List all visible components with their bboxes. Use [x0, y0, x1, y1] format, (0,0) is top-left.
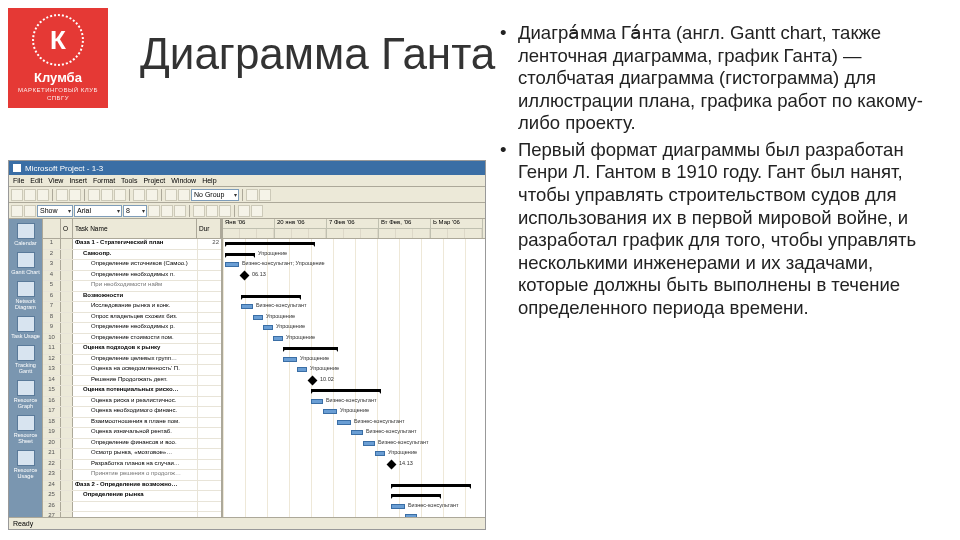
- menubar[interactable]: File Edit View Insert Format Tools Proje…: [9, 175, 485, 187]
- group-combo[interactable]: No Group: [191, 189, 239, 201]
- table-row[interactable]: 20Определение финансов и воо.: [43, 439, 221, 450]
- font-combo[interactable]: Arial: [74, 205, 122, 217]
- table-row[interactable]: 7Исследование рынка и конк.: [43, 302, 221, 313]
- autofilter-button[interactable]: [251, 205, 263, 217]
- table-row[interactable]: 3Определение источников (Самоо.): [43, 260, 221, 271]
- gantt-bar[interactable]: [240, 270, 250, 280]
- table-row[interactable]: 18Взаимоотношения в плане пом.: [43, 418, 221, 429]
- align-left-button[interactable]: [193, 205, 205, 217]
- table-row[interactable]: 25Определение рынка: [43, 491, 221, 502]
- underline-button[interactable]: [174, 205, 186, 217]
- gantt-bar[interactable]: [391, 484, 471, 487]
- menu-help[interactable]: Help: [202, 177, 216, 184]
- table-row[interactable]: 21Осмотр рынка, «мозговое»…: [43, 449, 221, 460]
- gantt-bar[interactable]: [323, 409, 337, 414]
- menu-format[interactable]: Format: [93, 177, 115, 184]
- gantt-bar[interactable]: [308, 375, 318, 385]
- show-combo[interactable]: Show: [37, 205, 73, 217]
- gantt-bar[interactable]: [225, 253, 255, 256]
- gantt-bar[interactable]: [391, 494, 441, 497]
- gantt-bar[interactable]: [363, 441, 375, 446]
- sidebar-item-tracking[interactable]: Tracking Gantt: [9, 343, 42, 376]
- col-duration[interactable]: Dur: [197, 219, 221, 238]
- indent-button[interactable]: [24, 205, 36, 217]
- table-row[interactable]: 10Определение стоимости пом.: [43, 334, 221, 345]
- menu-view[interactable]: View: [48, 177, 63, 184]
- gantt-bar[interactable]: [225, 262, 239, 267]
- zoom-in-button[interactable]: [246, 189, 258, 201]
- sidebar-item-network[interactable]: Network Diagram: [9, 279, 42, 312]
- gantt-bar[interactable]: [241, 295, 301, 298]
- gantt-bar[interactable]: [391, 504, 405, 509]
- sidebar-item-task-usage[interactable]: Task Usage: [9, 314, 42, 341]
- table-row[interactable]: 1Фаза 1 - Стратегический план22: [43, 239, 221, 250]
- align-center-button[interactable]: [206, 205, 218, 217]
- table-row[interactable]: 2Самоопр.: [43, 250, 221, 261]
- table-row[interactable]: 14Решение Продолжать деят.: [43, 376, 221, 387]
- sidebar-item-resource-sheet[interactable]: Resource Sheet: [9, 413, 42, 446]
- print-button[interactable]: [56, 189, 68, 201]
- gantt-bar[interactable]: [351, 430, 363, 435]
- menu-edit[interactable]: Edit: [30, 177, 42, 184]
- sidebar-item-gantt[interactable]: Gantt Chart: [9, 250, 42, 277]
- save-button[interactable]: [37, 189, 49, 201]
- col-id[interactable]: [43, 219, 61, 238]
- table-row[interactable]: 9Определение необходимых р.: [43, 323, 221, 334]
- table-row[interactable]: 15Оценка потенциальных риско…: [43, 386, 221, 397]
- menu-tools[interactable]: Tools: [121, 177, 137, 184]
- gantt-bar[interactable]: [387, 459, 397, 469]
- table-row[interactable]: 17Оценка необходимого финанс.: [43, 407, 221, 418]
- gantt-bar[interactable]: [263, 325, 273, 330]
- table-row[interactable]: 12Определение целевых групп…: [43, 355, 221, 366]
- table-row[interactable]: 26: [43, 502, 221, 513]
- undo-button[interactable]: [133, 189, 145, 201]
- new-button[interactable]: [11, 189, 23, 201]
- menu-insert[interactable]: Insert: [69, 177, 87, 184]
- gantt-bar[interactable]: [283, 357, 297, 362]
- filter-button[interactable]: [238, 205, 250, 217]
- align-right-button[interactable]: [219, 205, 231, 217]
- gantt-bar[interactable]: [225, 242, 315, 245]
- preview-button[interactable]: [69, 189, 81, 201]
- gantt-bar[interactable]: [337, 420, 351, 425]
- gantt-bar[interactable]: [283, 347, 338, 350]
- table-row[interactable]: 24Фаза 2 - Определение возможно…: [43, 481, 221, 492]
- col-indicator[interactable]: O: [61, 219, 73, 238]
- sidebar-item-resource-graph[interactable]: Resource Graph: [9, 378, 42, 411]
- open-button[interactable]: [24, 189, 36, 201]
- zoom-out-button[interactable]: [259, 189, 271, 201]
- table-row[interactable]: 6Возможности: [43, 292, 221, 303]
- table-row[interactable]: 13Оценка на осведомленность’ П.: [43, 365, 221, 376]
- gantt-chart-area[interactable]: Янв '0620 янв '067 Фев '06Вт Фев, '06Ь М…: [223, 219, 485, 517]
- table-row[interactable]: 16Оценка риска и реалистичнос.: [43, 397, 221, 408]
- table-row[interactable]: 19Оценка изначальной рентаб.: [43, 428, 221, 439]
- bold-button[interactable]: [148, 205, 160, 217]
- copy-button[interactable]: [101, 189, 113, 201]
- sidebar-item-calendar[interactable]: Calendar: [9, 221, 42, 248]
- outdent-button[interactable]: [11, 205, 23, 217]
- table-row[interactable]: 22Разработка планов на случаи…: [43, 460, 221, 471]
- italic-button[interactable]: [161, 205, 173, 217]
- gantt-bar[interactable]: [273, 336, 283, 341]
- unlink-button[interactable]: [178, 189, 190, 201]
- gantt-bar[interactable]: [311, 399, 323, 404]
- table-row[interactable]: 11Оценка подходов к рынку: [43, 344, 221, 355]
- paste-button[interactable]: [114, 189, 126, 201]
- menu-file[interactable]: File: [13, 177, 24, 184]
- redo-button[interactable]: [146, 189, 158, 201]
- table-row[interactable]: 5При необходимости найм: [43, 281, 221, 292]
- gantt-bar[interactable]: [241, 304, 253, 309]
- table-row[interactable]: 23Принятие решения о продолж…: [43, 470, 221, 481]
- gantt-bar[interactable]: [311, 389, 381, 392]
- font-size-combo[interactable]: 8: [123, 205, 147, 217]
- menu-window[interactable]: Window: [171, 177, 196, 184]
- col-task-name[interactable]: Task Name: [73, 219, 197, 238]
- link-button[interactable]: [165, 189, 177, 201]
- table-row[interactable]: 8Опрос владельцев схожих биз.: [43, 313, 221, 324]
- gantt-bar[interactable]: [253, 315, 263, 320]
- sidebar-item-resource-usage[interactable]: Resource Usage: [9, 448, 42, 481]
- cut-button[interactable]: [88, 189, 100, 201]
- menu-project[interactable]: Project: [143, 177, 165, 184]
- table-row[interactable]: 4Определение необходимых п.: [43, 271, 221, 282]
- gantt-bar[interactable]: [297, 367, 307, 372]
